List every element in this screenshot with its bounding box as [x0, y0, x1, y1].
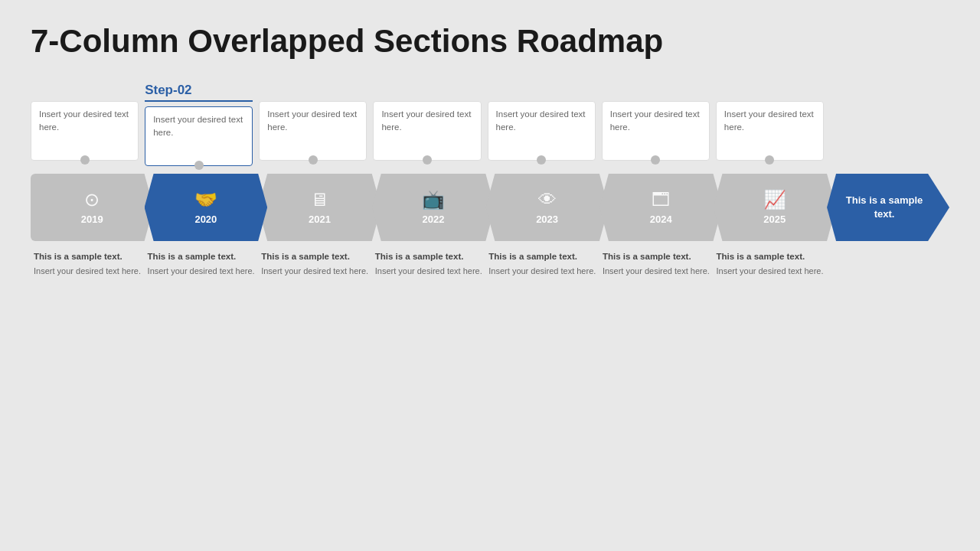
col-block-1: Step-02 Insert your desired text here. [142, 83, 256, 166]
bottom-insert-3: Insert your desired text here. [375, 266, 483, 278]
bottom-sample-6: This is a sample text. [716, 250, 824, 263]
segment-shape-2019: ⊙ 2019 [31, 174, 154, 241]
roadmap-body: Insert your desired text here. Step-02 I… [31, 83, 949, 278]
segment-icon-2024: 🗔 [652, 191, 670, 209]
segment-year-2022: 2022 [423, 214, 445, 225]
bottom-insert-1: Insert your desired text here. [148, 266, 256, 278]
segment-2023: 👁 2023 [485, 174, 609, 241]
bottom-sample-1: This is a sample text. [148, 250, 256, 263]
timeline-row: ⊙ 2019 🤝 2020 🖥 2021 📺 2022 [31, 174, 949, 241]
segment-year-2025: 2025 [763, 214, 786, 225]
segment-shape-2021: 🖥 2021 [258, 174, 381, 241]
col-block-6: Insert your desired text here. [713, 83, 827, 166]
segment-year-2023: 2023 [536, 214, 558, 225]
top-box-4: Insert your desired text here. [488, 101, 596, 161]
arrow-end-spacer [827, 83, 949, 166]
segment-2024: 🗔 2024 [599, 174, 723, 241]
top-box-0: Insert your desired text here. [31, 101, 139, 161]
segment-2022: 📺 2022 [372, 174, 495, 241]
bottom-sample-5: This is a sample text. [603, 250, 710, 263]
segment-icon-2020: 🤝 [194, 191, 217, 209]
segment-icon-2022: 📺 [422, 191, 445, 209]
arrow-end: This is a sample text. [827, 174, 949, 241]
col-block-3: Insert your desired text here. [370, 83, 484, 166]
bottom-col-3: This is a sample text. Insert your desir… [372, 250, 486, 278]
segment-2019: ⊙ 2019 [31, 174, 154, 241]
bottom-arrow-spacer [827, 250, 949, 278]
segment-icon-2023: 👁 [538, 191, 557, 209]
bottom-sample-0: This is a sample text. [34, 250, 142, 263]
step-label-row: Step-02 [145, 83, 253, 102]
col-block-4: Insert your desired text here. [485, 83, 599, 166]
bottom-col-6: This is a sample text. Insert your desir… [713, 250, 827, 278]
step-underline [145, 100, 253, 102]
arrow-label: This is a sample text. [842, 194, 926, 221]
segment-year-2020: 2020 [194, 214, 217, 225]
bottom-labels-row: This is a sample text. Insert your desir… [31, 250, 949, 278]
page: 7-Column Overlapped Sections Roadmap Ins… [0, 0, 980, 551]
col-block-2: Insert your desired text here. [256, 83, 370, 166]
arrow-shape: This is a sample text. [827, 174, 949, 241]
bottom-sample-2: This is a sample text. [261, 250, 369, 263]
page-title: 7-Column Overlapped Sections Roadmap [31, 23, 949, 60]
bottom-insert-6: Insert your desired text here. [716, 266, 824, 278]
segment-icon-2025: 📈 [763, 191, 786, 209]
bottom-col-0: This is a sample text. Insert your desir… [31, 250, 145, 278]
bottom-sample-3: This is a sample text. [375, 250, 483, 263]
top-box-3: Insert your desired text here. [373, 101, 481, 161]
bottom-insert-2: Insert your desired text here. [261, 266, 369, 278]
top-box-5: Insert your desired text here. [602, 101, 710, 161]
bottom-sample-4: This is a sample text. [488, 250, 596, 263]
segment-shape-2023: 👁 2023 [485, 174, 609, 241]
segment-year-2019: 2019 [81, 214, 103, 225]
segment-2021: 🖥 2021 [258, 174, 381, 241]
bottom-insert-4: Insert your desired text here. [488, 266, 596, 278]
bottom-insert-5: Insert your desired text here. [603, 266, 710, 278]
col-block-0: Insert your desired text here. [31, 83, 142, 166]
bottom-insert-0: Insert your desired text here. [34, 266, 142, 278]
bottom-col-4: This is a sample text. Insert your desir… [485, 250, 599, 278]
segment-2025: 📈 2025 [713, 174, 836, 241]
segment-2020: 🤝 2020 [145, 174, 268, 241]
segment-year-2024: 2024 [650, 214, 672, 225]
bottom-col-5: This is a sample text. Insert your desir… [599, 250, 714, 278]
segment-icon-2019: ⊙ [84, 191, 100, 209]
bottom-col-1: This is a sample text. Insert your desir… [145, 250, 259, 278]
segment-shape-2024: 🗔 2024 [599, 174, 723, 241]
top-labels-row: Insert your desired text here. Step-02 I… [31, 83, 949, 166]
segment-year-2021: 2021 [309, 214, 331, 225]
bottom-col-2: This is a sample text. Insert your desir… [258, 250, 372, 278]
top-box-6: Insert your desired text here. [716, 101, 824, 161]
top-box-1: Insert your desired text here. [145, 106, 253, 166]
segment-shape-2020: 🤝 2020 [145, 174, 268, 241]
top-box-2: Insert your desired text here. [259, 101, 367, 161]
segment-shape-2022: 📺 2022 [372, 174, 495, 241]
col-block-5: Insert your desired text here. [599, 83, 713, 166]
segment-icon-2021: 🖥 [310, 191, 328, 209]
segment-shape-2025: 📈 2025 [713, 174, 836, 241]
